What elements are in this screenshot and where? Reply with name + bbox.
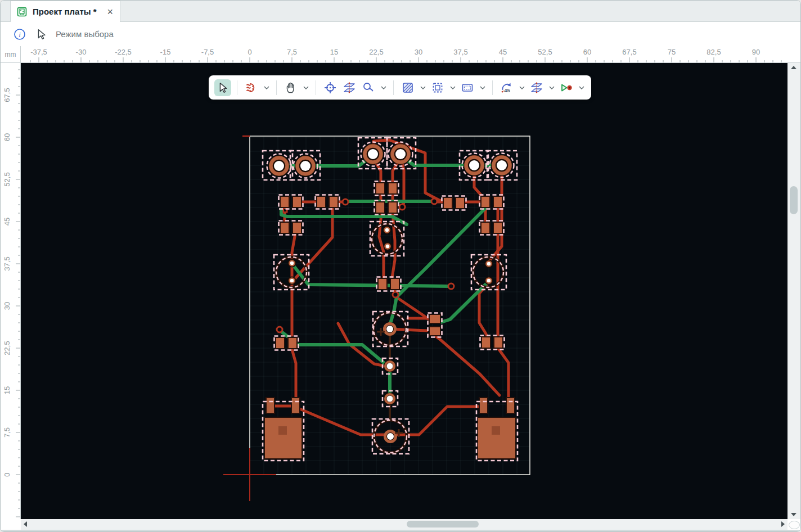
toolbar-separator — [237, 80, 237, 95]
flip-icon — [343, 81, 356, 94]
pcb-editor-canvas[interactable]: 45 — [21, 63, 788, 519]
run-check-button[interactable] — [558, 79, 575, 96]
v-ruler-label: 30 — [3, 302, 11, 310]
v-ruler-label: 7,5 — [3, 427, 11, 438]
route-tool-button[interactable] — [243, 79, 260, 96]
keepout-zone-button-dropdown[interactable] — [448, 79, 457, 96]
v-ruler-label: 60 — [3, 133, 11, 141]
jump-origin-button[interactable] — [322, 79, 339, 96]
h-ruler-label: -30 — [76, 48, 87, 56]
horizontal-scrollbar-thumb[interactable] — [407, 521, 479, 528]
zoom-tool-button[interactable] — [360, 79, 377, 96]
v-ruler-label: 52,5 — [3, 172, 11, 186]
run-check-button-dropdown[interactable] — [577, 79, 586, 96]
toolbar-separator — [492, 80, 493, 95]
via[interactable] — [343, 199, 348, 205]
v-ruler-label: 22,5 — [3, 341, 11, 355]
hand-icon — [284, 81, 298, 94]
tab-close-icon[interactable]: × — [106, 7, 114, 17]
h-ruler-label: 15 — [330, 48, 338, 56]
rotate-45-button-dropdown[interactable] — [518, 79, 526, 96]
tab-board-project[interactable]: Проект платы * × — [10, 1, 120, 22]
board-region-button-dropdown[interactable] — [478, 79, 487, 96]
pcb-drawing[interactable] — [21, 63, 788, 519]
window-bottom-edge — [1, 530, 800, 532]
scroll-up-icon[interactable] — [791, 66, 796, 69]
ruler-unit: mm — [1, 46, 21, 63]
horizontal-ruler: -37,5-30-22,5-15-7,507,51522,53037,54552… — [21, 46, 801, 63]
pan-tool-button[interactable] — [282, 79, 299, 96]
vertical-scrollbar[interactable] — [788, 63, 800, 519]
rotate-45-button[interactable]: 45 — [498, 79, 515, 96]
vertical-ruler: 07,51522,53037,54552,56067,5 — [1, 63, 21, 519]
via[interactable] — [448, 283, 454, 289]
h-ruler-label: 30 — [415, 48, 422, 56]
toolbar-separator — [276, 80, 277, 95]
cursor-icon — [217, 82, 229, 94]
via[interactable] — [393, 292, 398, 297]
v-ruler-label: 67,5 — [3, 88, 11, 102]
mirror-button-dropdown[interactable] — [547, 79, 556, 96]
mode-toolbar: i Режим выбора — [1, 22, 800, 46]
h-ruler-label: 67,5 — [622, 48, 636, 56]
vertical-scrollbar-thumb[interactable] — [790, 186, 798, 214]
v-ruler-label: 37,5 — [3, 256, 11, 270]
mode-label: Режим выбора — [56, 29, 114, 39]
dashed-square-icon — [431, 81, 444, 94]
rotate45-icon: 45 — [500, 81, 514, 94]
scroll-down-icon[interactable] — [791, 513, 796, 516]
zoom-tool-button-dropdown[interactable] — [379, 79, 388, 96]
keepout-zone-button[interactable] — [429, 79, 446, 96]
toolbar-separator — [316, 80, 316, 95]
tab-strip: Проект платы * × — [1, 1, 800, 22]
pan-tool-button-dropdown[interactable] — [302, 79, 310, 96]
h-ruler-label: 45 — [499, 48, 507, 56]
h-ruler-label: -7,5 — [201, 48, 214, 56]
h-ruler-label: 52,5 — [538, 48, 552, 56]
route-tool-button-dropdown[interactable] — [262, 79, 271, 96]
via[interactable] — [399, 204, 405, 210]
h-ruler-label: -15 — [160, 48, 171, 56]
flip-icon — [530, 81, 543, 94]
scrollbar-corner-button[interactable] — [789, 521, 800, 529]
hatch-icon — [401, 81, 415, 94]
info-icon[interactable]: i — [13, 28, 26, 41]
v-ruler-label: 45 — [3, 218, 11, 226]
h-ruler-label: 75 — [668, 48, 676, 56]
h-ruler-label: 22,5 — [369, 48, 383, 56]
h-ruler-label: 60 — [583, 48, 591, 56]
flip-board-button[interactable] — [341, 79, 358, 96]
cursor-mode-icon[interactable] — [35, 28, 47, 40]
via[interactable] — [277, 327, 282, 332]
h-ruler-label: 7,5 — [287, 48, 297, 56]
v-ruler-label: 15 — [3, 386, 11, 394]
tab-title: Проект платы * — [33, 7, 101, 16]
copper-zone-button-dropdown[interactable] — [418, 79, 427, 96]
via[interactable] — [431, 199, 437, 204]
canvas-floating-toolbar: 45 — [209, 75, 591, 100]
scroll-left-icon[interactable] — [24, 521, 27, 527]
h-ruler-label: 82,5 — [706, 48, 721, 56]
h-ruler-label: 90 — [752, 48, 760, 56]
horizontal-scrollbar[interactable] — [21, 519, 788, 530]
h-ruler-label: -37,5 — [30, 48, 47, 56]
copper-zone-button[interactable] — [399, 79, 416, 96]
h-ruler-label: -22,5 — [115, 48, 132, 56]
v-ruler-label: 0 — [3, 472, 11, 476]
select-tool-button[interactable] — [214, 79, 231, 96]
board-region-button[interactable] — [459, 79, 476, 96]
h-ruler-label: 0 — [248, 48, 251, 56]
zoom-icon — [362, 81, 375, 94]
pcb-tab-icon — [16, 6, 28, 17]
crosshair-icon — [323, 81, 337, 94]
mirror-button[interactable] — [528, 79, 545, 96]
play-record-icon — [559, 81, 574, 94]
h-ruler-label: 37,5 — [453, 48, 467, 56]
panel-icon — [461, 81, 474, 94]
scroll-right-icon[interactable] — [781, 521, 785, 527]
route-icon — [245, 81, 258, 94]
app-window: Проект платы * × i Режим выбора mm -37,5… — [0, 0, 801, 532]
info-glyph: i — [19, 30, 21, 38]
svg-text:45: 45 — [504, 87, 510, 93]
toolbar-separator — [393, 80, 394, 95]
